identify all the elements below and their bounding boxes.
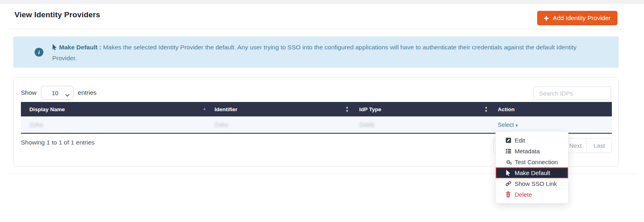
info-circle-icon: i bbox=[35, 48, 43, 57]
table-length-control: Show 10 entries bbox=[21, 86, 96, 100]
page-size-select-wrap: 10 bbox=[41, 86, 74, 100]
view-identity-providers-page: View Identity Providers ✚ Add Identity P… bbox=[0, 0, 644, 222]
info-banner-text: Make Default : Makes the selected Identi… bbox=[52, 42, 587, 63]
show-label: Show bbox=[21, 89, 37, 96]
plus-icon: ✚ bbox=[544, 15, 549, 21]
column-header-display-name[interactable]: Display Name ▲ bbox=[21, 102, 210, 116]
pagination-last-button[interactable]: Last bbox=[587, 138, 611, 153]
top-strip bbox=[0, 0, 644, 4]
sort-both-icon: ▲▼ bbox=[346, 106, 349, 113]
menu-item-delete[interactable]: Delete bbox=[496, 189, 568, 200]
info-banner-body: Makes the selected Identity Provider the… bbox=[52, 44, 577, 61]
menu-item-test-connection[interactable]: ⚙⚙ Test Connection bbox=[496, 157, 568, 167]
page-size-select[interactable]: 10 bbox=[41, 86, 74, 100]
column-header-action: Action bbox=[493, 102, 612, 116]
column-header-idp-type[interactable]: IdP Type ▲▼ bbox=[354, 102, 493, 116]
entries-label: entries bbox=[78, 89, 97, 96]
sort-both-icon: ▲▼ bbox=[485, 106, 488, 113]
sort-asc-icon: ▲ bbox=[202, 107, 206, 111]
search-input[interactable] bbox=[534, 86, 611, 100]
cursor-icon bbox=[52, 43, 57, 53]
entries-summary: Showing 1 to 1 of 1 entries bbox=[21, 139, 95, 146]
cell-action: Select▾ bbox=[493, 116, 612, 133]
info-banner: i Make Default : Makes the selected Iden… bbox=[13, 37, 619, 68]
action-dropdown-menu: Edit Metadata ⚙⚙ Test Connection Make De… bbox=[495, 131, 568, 204]
cell-identifier: Zoho bbox=[210, 116, 354, 133]
menu-item-show-sso-link[interactable]: Show SSO Link bbox=[496, 178, 568, 189]
table-header-row: Display Name ▲ Identifier ▲▼ IdP Type ▲▼… bbox=[21, 102, 612, 116]
cell-idp-type: SAML bbox=[354, 116, 493, 133]
gears-icon: ⚙⚙ bbox=[505, 159, 511, 165]
action-select-dropdown[interactable]: Select▾ bbox=[498, 122, 518, 128]
add-identity-provider-label: Add Identity Provider bbox=[553, 14, 611, 22]
menu-item-metadata[interactable]: Metadata bbox=[496, 146, 568, 157]
caret-down-icon: ▾ bbox=[515, 123, 518, 128]
menu-item-make-default[interactable]: Make Default bbox=[496, 167, 568, 178]
pencil-square-icon bbox=[505, 137, 511, 144]
table-row: Zoho Zoho SAML Select▾ bbox=[21, 116, 612, 133]
link-icon bbox=[505, 181, 511, 187]
header-divider bbox=[6, 29, 625, 29]
trash-icon bbox=[505, 191, 511, 198]
list-icon bbox=[505, 148, 511, 155]
page-title: View Identity Providers bbox=[14, 10, 100, 19]
menu-item-edit[interactable]: Edit bbox=[496, 135, 568, 146]
add-identity-provider-button[interactable]: ✚ Add Identity Provider bbox=[537, 11, 617, 25]
cell-display-name: Zoho bbox=[21, 116, 210, 133]
info-banner-highlight: Make Default : bbox=[59, 44, 101, 51]
idp-table: Display Name ▲ Identifier ▲▼ IdP Type ▲▼… bbox=[21, 102, 612, 134]
cursor-icon bbox=[505, 170, 511, 176]
column-header-identifier[interactable]: Identifier ▲▼ bbox=[210, 102, 354, 116]
